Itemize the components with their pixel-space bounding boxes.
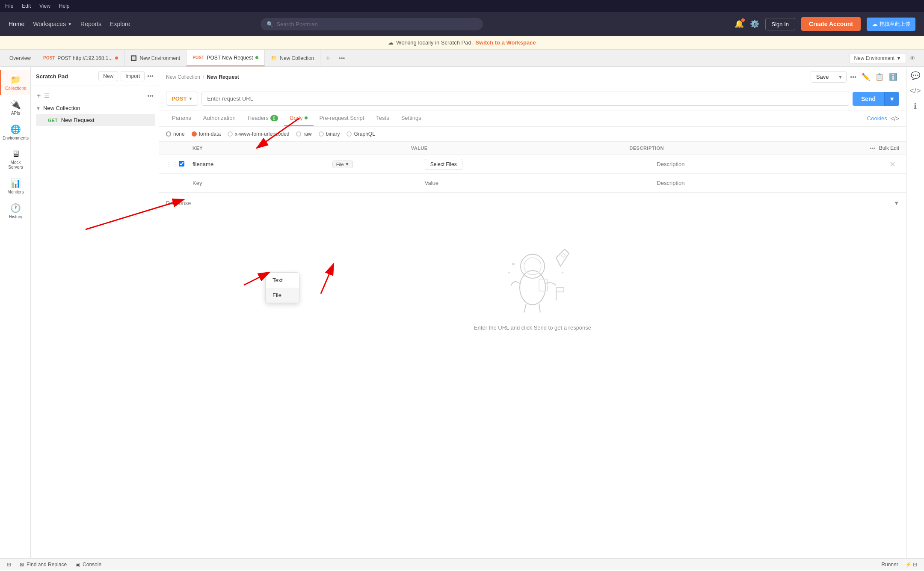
explore-link[interactable]: Explore xyxy=(110,21,130,27)
tab-headers[interactable]: Headers 8 xyxy=(242,110,284,126)
body-type-none[interactable]: none xyxy=(166,131,185,137)
dropdown-item-text[interactable]: Text xyxy=(266,273,299,288)
menu-file[interactable]: File xyxy=(5,3,13,9)
cookies-link[interactable]: Cookies xyxy=(867,115,887,122)
console-button[interactable]: ▣ Console xyxy=(75,562,101,568)
tab-new-collection[interactable]: 📁 New Collection xyxy=(265,50,320,66)
tab-post-new-request[interactable]: POST POST New Request xyxy=(187,50,265,66)
body-dot xyxy=(305,116,308,119)
sidebar-item-apis[interactable]: 🔌 APIs xyxy=(0,95,30,120)
find-replace-button[interactable]: ⊠ Find and Replace xyxy=(20,562,67,568)
body-type-form-data[interactable]: form-data xyxy=(192,131,221,137)
code-icon[interactable]: </> xyxy=(891,115,899,122)
create-account-button[interactable]: Create Account xyxy=(801,17,861,31)
bottom-icon[interactable]: ⊞ xyxy=(7,562,11,568)
search-input[interactable] xyxy=(277,21,477,27)
tab-pre-request[interactable]: Pre-request Script xyxy=(314,110,370,126)
environment-selector[interactable]: New Environment ▼ xyxy=(849,53,906,63)
console-icon: ▣ xyxy=(75,562,80,568)
add-tab-button[interactable]: + xyxy=(320,50,335,67)
right-panel-code-icon[interactable]: </> xyxy=(909,86,921,95)
collection-header[interactable]: ▼ New Collection xyxy=(34,102,155,114)
sidebar-item-history[interactable]: 🕐 History xyxy=(0,199,30,223)
collection-more-button[interactable]: ••• xyxy=(147,92,154,99)
svg-point-3 xyxy=(562,254,565,257)
left-panel: Scratch Pad New Import ••• + ☰ ••• ▼ New… xyxy=(31,67,159,558)
home-link[interactable]: Home xyxy=(9,21,24,27)
tab-params[interactable]: Params xyxy=(166,110,197,126)
empty-desc-input[interactable] xyxy=(657,180,886,186)
tab-dot-orange xyxy=(115,57,118,59)
sidebar-item-collections[interactable]: 📁 Collections xyxy=(0,70,30,95)
search-box[interactable]: 🔍 xyxy=(261,18,483,30)
tab-authorization[interactable]: Authorization xyxy=(197,110,242,126)
send-dropdown-button[interactable]: ▼ xyxy=(884,92,899,106)
body-type-raw[interactable]: raw xyxy=(296,131,311,137)
drag-handle[interactable]: ⋮⋮ xyxy=(166,161,179,168)
sidebar-item-mock-servers[interactable]: 🖥 Mock Servers xyxy=(0,145,30,174)
more-icon[interactable]: ••• xyxy=(870,146,876,151)
response-hint: Enter the URL and click Send to get a re… xyxy=(474,324,591,331)
save-button[interactable]: Save xyxy=(811,71,835,82)
row-checkbox[interactable] xyxy=(179,161,184,167)
select-files-button[interactable]: Select Files xyxy=(425,159,462,170)
breadcrumb-more-button[interactable]: ••• xyxy=(848,72,858,82)
body-type-binary[interactable]: binary xyxy=(319,131,340,137)
reports-link[interactable]: Reports xyxy=(80,21,101,27)
runner-button[interactable]: Runner xyxy=(881,562,898,568)
menu-view[interactable]: View xyxy=(39,3,50,9)
send-button[interactable]: Send xyxy=(853,92,884,106)
right-panel-info-icon[interactable]: ℹ xyxy=(914,101,917,111)
environment-settings-icon[interactable]: 👁 xyxy=(909,55,915,62)
url-input[interactable] xyxy=(201,92,849,106)
request-item[interactable]: GET New Request xyxy=(36,114,155,126)
left-panel-more-button[interactable]: ••• xyxy=(147,73,154,80)
sort-button[interactable]: ☰ xyxy=(44,92,50,99)
upload-button[interactable]: ☁ 拖拽至此上传 xyxy=(867,18,915,31)
tab-settings[interactable]: Settings xyxy=(395,110,427,126)
sidebar-label-history: History xyxy=(9,214,22,219)
add-collection-button[interactable]: + xyxy=(36,92,41,100)
type-selector[interactable]: File ▼ xyxy=(332,161,353,168)
description-input[interactable] xyxy=(657,161,886,167)
breadcrumb-parent[interactable]: New Collection xyxy=(166,74,200,80)
delete-row-button[interactable]: ✕ xyxy=(886,160,899,169)
save-dropdown-button[interactable]: ▼ xyxy=(834,72,846,82)
tab-post-192[interactable]: POST POST http://192.168.1... xyxy=(37,50,124,66)
bulk-edit-button[interactable]: Bulk Edit xyxy=(879,145,899,151)
copy-icon[interactable]: 📋 xyxy=(874,71,886,83)
tab-body[interactable]: Body xyxy=(284,110,314,126)
new-button[interactable]: New xyxy=(98,71,118,81)
monitors-icon: 📊 xyxy=(10,178,21,188)
settings-icon[interactable]: ⚙️ xyxy=(750,19,759,29)
empty-key-input[interactable] xyxy=(192,180,421,186)
empty-value-input[interactable] xyxy=(425,180,654,186)
body-type-urlencoded[interactable]: x-www-form-urlencoded xyxy=(228,131,289,137)
menu-help[interactable]: Help xyxy=(59,3,70,9)
tab-overview[interactable]: Overview xyxy=(3,50,37,66)
key-input[interactable]: filename xyxy=(192,161,330,167)
tab-tests[interactable]: Tests xyxy=(370,110,395,126)
tabs-more-button[interactable]: ••• xyxy=(335,55,349,62)
dropdown-item-file[interactable]: File xyxy=(266,288,299,303)
switch-workspace-link[interactable]: Switch to a Workspace xyxy=(475,39,536,46)
workspaces-dropdown[interactable]: Workspaces ▼ xyxy=(33,21,72,27)
find-replace-icon: ⊠ xyxy=(20,562,24,568)
breadcrumb-current: New Request xyxy=(207,74,239,80)
edit-icon[interactable]: ✏️ xyxy=(860,71,872,83)
info-icon[interactable]: ℹ️ xyxy=(887,71,899,83)
astronaut-illustration: Enter the URL and click Send to get a re… xyxy=(474,232,591,331)
sidebar-item-environments[interactable]: 🌐 Environments xyxy=(0,120,30,145)
form-data-row: ⋮⋮ filename File ▼ Select Files xyxy=(159,155,906,174)
method-selector[interactable]: POST ▼ xyxy=(166,92,198,106)
search-icon: 🔍 xyxy=(267,21,273,27)
response-chevron[interactable]: ▼ xyxy=(894,200,899,206)
notifications-icon[interactable]: 🔔 xyxy=(734,19,744,29)
sidebar-item-monitors[interactable]: 📊 Monitors xyxy=(0,174,30,199)
tab-new-environment[interactable]: 🔲 New Environment xyxy=(124,50,187,66)
import-button[interactable]: Import xyxy=(121,71,145,81)
signin-button[interactable]: Sign In xyxy=(765,18,795,30)
body-type-graphql[interactable]: GraphQL xyxy=(346,131,375,137)
right-panel-chat-icon[interactable]: 💬 xyxy=(911,71,920,80)
menu-edit[interactable]: Edit xyxy=(22,3,31,9)
